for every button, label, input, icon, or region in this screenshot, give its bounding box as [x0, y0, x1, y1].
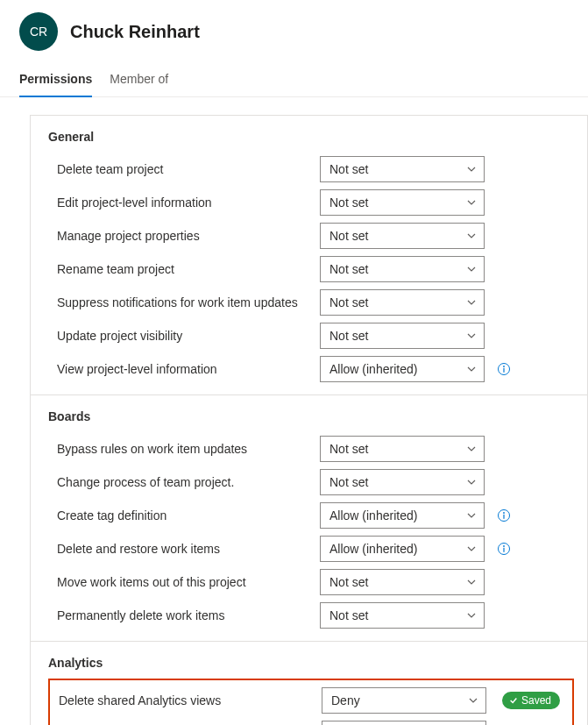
perm-label: View project-level information — [57, 362, 320, 376]
user-header: CR Chuck Reinhart — [0, 0, 588, 58]
perm-select-delete-restore[interactable]: Allow (inherited) — [320, 536, 485, 562]
perm-label: Bypass rules on work item updates — [57, 442, 320, 456]
svg-point-1 — [503, 366, 505, 367]
select-value: Not set — [329, 195, 368, 210]
svg-point-4 — [503, 512, 505, 514]
info-icon[interactable] — [497, 542, 511, 556]
section-title-boards: Boards — [31, 395, 587, 432]
perm-row-manage-project-props: Manage project properties Not set — [31, 219, 587, 252]
chevron-down-icon — [466, 264, 477, 274]
perm-select-change-process[interactable]: Not set — [320, 469, 485, 495]
perm-select-manage-project-props[interactable]: Not set — [320, 223, 485, 249]
perm-select-suppress-notifications[interactable]: Not set — [320, 289, 485, 316]
chevron-down-icon — [466, 364, 477, 374]
perm-select-bypass-rules[interactable]: Not set — [320, 436, 485, 462]
perm-row-update-visibility: Update project visibility Not set — [31, 319, 587, 352]
highlight-box: Delete shared Analytics views Deny Saved… — [48, 679, 574, 725]
perm-row-delete-restore: Delete and restore work items Allow (inh… — [31, 532, 587, 565]
perm-row-perm-delete: Permanently delete work items Not set — [31, 599, 587, 632]
info-icon[interactable] — [497, 362, 511, 376]
chevron-down-icon — [466, 444, 477, 454]
perm-label: Permanently delete work items — [57, 608, 320, 622]
perm-row-change-process: Change process of team project. Not set — [31, 466, 587, 499]
perm-label: Delete team project — [57, 162, 320, 176]
perm-select-perm-delete[interactable]: Not set — [320, 602, 485, 629]
perm-select-rename-team-project[interactable]: Not set — [320, 256, 485, 282]
perm-row-edit-analytics-views: Edit shared Analytics views Deny Saved — [50, 717, 570, 725]
chevron-down-icon — [468, 695, 478, 706]
select-value: Not set — [329, 295, 368, 309]
perm-label: Delete and restore work items — [57, 542, 320, 556]
select-value: Not set — [329, 475, 368, 489]
chevron-down-icon — [466, 197, 477, 208]
select-value: Not set — [329, 229, 368, 243]
perm-select-delete-team-project[interactable]: Not set — [320, 156, 485, 182]
svg-point-7 — [503, 545, 505, 547]
perm-row-move-out: Move work items out of this project Not … — [31, 565, 587, 599]
perm-label: Rename team project — [57, 262, 320, 276]
perm-select-edit-project-info[interactable]: Not set — [320, 189, 485, 216]
perm-row-edit-project-info: Edit project-level information Not set — [31, 186, 587, 219]
svg-rect-8 — [503, 548, 504, 552]
perm-label: Suppress notifications for work item upd… — [57, 295, 320, 309]
select-value: Not set — [329, 329, 368, 343]
perm-select-move-out[interactable]: Not set — [320, 569, 485, 595]
saved-badge: Saved — [502, 692, 560, 709]
chevron-down-icon — [466, 510, 477, 521]
perm-label: Manage project properties — [57, 229, 320, 243]
tab-permissions[interactable]: Permissions — [19, 63, 92, 96]
perm-label: Move work items out of this project — [57, 575, 320, 589]
perm-select-edit-analytics-views[interactable]: Deny — [322, 721, 486, 725]
select-value: Allow (inherited) — [329, 362, 417, 376]
perm-row-bypass-rules: Bypass rules on work item updates Not se… — [31, 432, 587, 466]
chevron-down-icon — [466, 544, 477, 554]
chevron-down-icon — [466, 610, 477, 621]
perm-select-create-tag[interactable]: Allow (inherited) — [320, 502, 485, 529]
avatar: CR — [19, 12, 58, 51]
perm-row-delete-analytics-views: Delete shared Analytics views Deny Saved — [50, 684, 570, 717]
select-value: Deny — [331, 693, 360, 707]
svg-rect-5 — [503, 515, 504, 519]
perm-label: Change process of team project. — [57, 475, 320, 489]
chevron-down-icon — [466, 164, 477, 174]
perm-label: Update project visibility — [57, 329, 320, 343]
chevron-down-icon — [466, 331, 477, 341]
chevron-down-icon — [466, 297, 477, 308]
chevron-down-icon — [466, 577, 477, 587]
select-value: Not set — [329, 575, 368, 589]
select-value: Not set — [329, 162, 368, 176]
select-value: Not set — [329, 608, 368, 622]
select-value: Allow (inherited) — [329, 542, 417, 556]
info-icon[interactable] — [497, 508, 511, 522]
perm-select-update-visibility[interactable]: Not set — [320, 323, 485, 349]
perm-select-view-project-info[interactable]: Allow (inherited) — [320, 356, 485, 382]
select-value: Not set — [329, 442, 368, 456]
section-title-analytics: Analytics — [31, 642, 587, 679]
permissions-panel: General Delete team project Not set Edit… — [30, 115, 588, 725]
tab-member-of[interactable]: Member of — [110, 63, 168, 96]
select-value: Allow (inherited) — [329, 508, 417, 522]
perm-row-delete-team-project: Delete team project Not set — [31, 153, 587, 186]
perm-label: Edit project-level information — [57, 195, 320, 210]
svg-rect-2 — [503, 368, 504, 373]
chevron-down-icon — [466, 477, 477, 487]
perm-row-create-tag: Create tag definition Allow (inherited) — [31, 499, 587, 532]
perm-label: Create tag definition — [57, 508, 320, 522]
perm-row-rename-team-project: Rename team project Not set — [31, 252, 587, 286]
section-title-general: General — [31, 116, 587, 153]
perm-label: Delete shared Analytics views — [59, 693, 322, 707]
check-icon — [509, 696, 518, 705]
perm-select-delete-analytics-views[interactable]: Deny — [322, 687, 486, 714]
perm-row-view-project-info: View project-level information Allow (in… — [31, 352, 587, 386]
select-value: Not set — [329, 262, 368, 276]
perm-row-suppress-notifications: Suppress notifications for work item upd… — [31, 286, 587, 319]
user-name: Chuck Reinhart — [70, 22, 200, 42]
tab-bar: Permissions Member of — [0, 58, 588, 97]
chevron-down-icon — [466, 231, 477, 241]
